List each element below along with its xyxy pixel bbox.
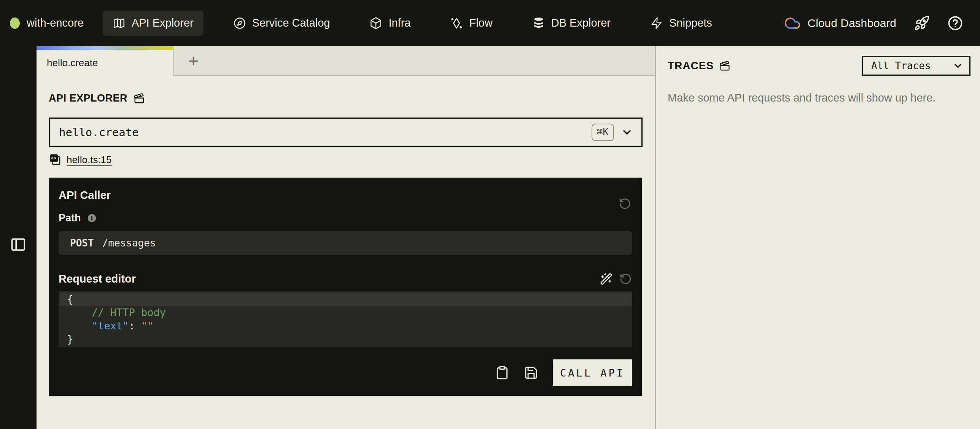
reset-path-button[interactable] bbox=[619, 197, 631, 210]
clapperboard-icon bbox=[134, 93, 145, 104]
source-file-link[interactable]: hello.ts:15 bbox=[67, 154, 112, 166]
left-sidebar bbox=[0, 46, 37, 429]
cloud-gradient-icon bbox=[784, 15, 801, 32]
help-icon bbox=[947, 15, 963, 31]
top-nav: with-encore API Explorer Service Catalog… bbox=[0, 0, 980, 46]
http-method: POST bbox=[70, 237, 94, 249]
api-caller-panel: API Caller Path POST /messages bbox=[49, 178, 642, 396]
api-caller-title: API Caller bbox=[59, 189, 632, 202]
help-button[interactable] bbox=[947, 15, 963, 31]
nav-item-service-catalog[interactable]: Service Catalog bbox=[223, 11, 340, 36]
lightning-icon bbox=[650, 17, 663, 30]
save-icon bbox=[524, 365, 538, 380]
app-status-dot bbox=[10, 17, 20, 29]
rocket-icon bbox=[914, 15, 930, 31]
shortcut-badge: ⌘K bbox=[592, 124, 614, 141]
endpoint-select[interactable]: hello.create ⌘K bbox=[49, 118, 643, 147]
wand-icon bbox=[600, 273, 612, 285]
tab-bar: hello.create + bbox=[37, 46, 655, 76]
code-file-icon bbox=[49, 153, 62, 166]
app-brand[interactable]: with-encore bbox=[10, 17, 84, 29]
chevron-down-icon bbox=[621, 126, 633, 138]
cube-icon bbox=[369, 17, 382, 30]
reset-request-button[interactable] bbox=[619, 273, 632, 285]
chevron-down-icon bbox=[953, 60, 963, 71]
traces-filter-value: All Traces bbox=[871, 60, 931, 72]
nav-item-db-explorer[interactable]: DB Explorer bbox=[522, 11, 620, 36]
app-name: with-encore bbox=[27, 17, 84, 29]
compass-icon bbox=[233, 17, 246, 30]
generate-payload-button[interactable] bbox=[600, 273, 612, 285]
tab-accent-bar bbox=[37, 46, 173, 50]
nav-item-flow[interactable]: Flow bbox=[440, 11, 502, 36]
traces-filter-select[interactable]: All Traces bbox=[862, 56, 970, 76]
sparkle-diamond-icon bbox=[450, 17, 463, 30]
endpoint-path-display: POST /messages bbox=[59, 231, 632, 255]
code-line: } bbox=[59, 332, 632, 346]
nav-item-infra[interactable]: Infra bbox=[360, 11, 420, 36]
traces-panel: TRACES All Traces Make some API requests… bbox=[655, 46, 980, 429]
database-icon bbox=[532, 17, 545, 30]
nav-right: Cloud Dashboard bbox=[784, 15, 963, 32]
primary-nav: API Explorer Service Catalog Infra Flow … bbox=[103, 11, 722, 36]
main-content: hello.create + API EXPLORER hello.create… bbox=[37, 46, 655, 429]
page-title: API EXPLORER bbox=[49, 92, 127, 104]
cloud-dashboard-link[interactable]: Cloud Dashboard bbox=[784, 15, 896, 32]
request-body-editor[interactable]: { // HTTP body "text": "" } bbox=[59, 291, 632, 347]
request-editor-title: Request editor bbox=[59, 273, 600, 285]
clipboard-icon bbox=[495, 365, 509, 380]
http-path: /messages bbox=[102, 237, 156, 249]
tab-label: hello.create bbox=[47, 57, 98, 69]
copy-request-button[interactable] bbox=[495, 365, 509, 380]
nav-item-api-explorer[interactable]: API Explorer bbox=[103, 11, 204, 36]
reset-icon bbox=[619, 273, 632, 285]
call-api-button[interactable]: CALL API bbox=[553, 359, 632, 386]
save-request-button[interactable] bbox=[524, 365, 538, 380]
sidebar-toggle-button[interactable] bbox=[10, 60, 27, 429]
api-explorer-section: API EXPLORER hello.create ⌘K hello.ts:15 bbox=[37, 76, 655, 396]
code-line: // HTTP body bbox=[59, 306, 632, 319]
traces-empty-message: Make some API requests and traces will s… bbox=[668, 92, 970, 104]
endpoint-select-value: hello.create bbox=[59, 126, 139, 139]
code-line: { bbox=[59, 292, 632, 306]
launch-button[interactable] bbox=[914, 15, 930, 31]
code-line: "text": "" bbox=[59, 319, 632, 332]
panel-toggle-icon bbox=[10, 236, 27, 253]
tab-hello-create[interactable]: hello.create bbox=[37, 46, 173, 76]
reset-icon bbox=[619, 197, 631, 210]
new-tab-button[interactable]: + bbox=[188, 52, 199, 70]
traces-title: TRACES bbox=[668, 60, 714, 72]
nav-item-snippets[interactable]: Snippets bbox=[640, 11, 722, 36]
clapperboard-icon bbox=[719, 60, 730, 72]
info-icon[interactable] bbox=[87, 213, 97, 223]
path-label: Path bbox=[59, 212, 81, 224]
map-icon bbox=[113, 17, 126, 30]
tab-strip: + bbox=[173, 46, 655, 76]
